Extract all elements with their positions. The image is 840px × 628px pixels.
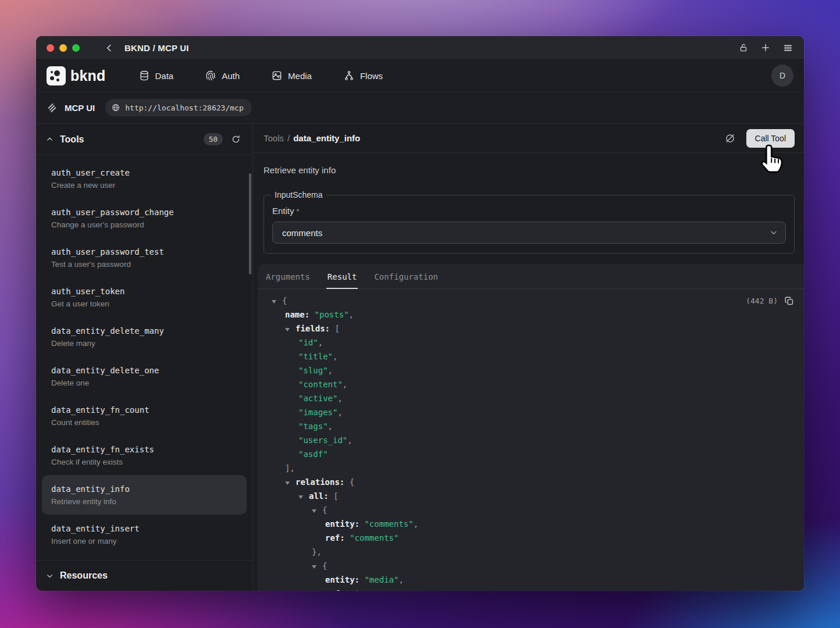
copy-icon[interactable] xyxy=(784,295,795,306)
app-navbar: bknd Data Auth Media xyxy=(36,60,804,92)
nav-item-data[interactable]: Data xyxy=(138,70,174,81)
traffic-lights xyxy=(47,44,80,52)
json-line: "id", xyxy=(272,336,795,349)
collapse-caret-icon[interactable] xyxy=(312,559,322,573)
disabled-circle-slash-icon[interactable] xyxy=(724,133,736,144)
titlebar: BKND / MCP UI xyxy=(36,36,804,60)
tool-list-item[interactable]: data_entity_delete_oneDelete one xyxy=(42,356,247,396)
back-icon[interactable] xyxy=(104,43,114,53)
maximize-window-button[interactable] xyxy=(72,44,80,52)
collapse-caret-icon[interactable] xyxy=(298,489,309,503)
tool-description: Insert one or many xyxy=(51,536,237,547)
json-line: "title", xyxy=(272,349,795,363)
nav-label: Media xyxy=(288,71,312,81)
tool-name: data_entity_info xyxy=(51,483,237,495)
nav-item-media[interactable]: Media xyxy=(271,70,312,81)
json-line: relations: { xyxy=(272,475,795,489)
input-schema-fieldset: InputSchema Entity* comments xyxy=(264,190,795,254)
tool-name: data_entity_delete_one xyxy=(51,365,237,376)
entity-select[interactable]: comments xyxy=(272,222,786,244)
tool-list-item[interactable]: auth_user_password_testTest a user's pas… xyxy=(42,238,247,277)
call-tool-button[interactable]: Call Tool xyxy=(746,129,795,148)
breadcrumb-section[interactable]: Tools xyxy=(264,133,284,143)
chevron-up-icon xyxy=(45,135,54,144)
json-line: { xyxy=(272,559,795,573)
json-line: all: [ xyxy=(272,489,795,503)
chevron-down-icon xyxy=(769,228,778,237)
nav-item-auth[interactable]: Auth xyxy=(205,70,240,81)
photo-icon xyxy=(271,70,283,81)
nav-label: Flows xyxy=(360,71,383,81)
resources-section-title: Resources xyxy=(60,570,108,581)
server-url-pill[interactable]: http://localhost:28623/mcp xyxy=(105,99,252,116)
tab-result[interactable]: Result xyxy=(326,265,358,289)
json-line: "asdf" xyxy=(272,447,795,461)
json-line: fields: [ xyxy=(272,322,795,336)
breadcrumb-separator: / xyxy=(287,133,290,143)
collapse-caret-icon[interactable] xyxy=(285,475,296,489)
brand-logo[interactable]: bknd xyxy=(47,66,106,85)
tool-list-item[interactable]: data_entity_fn_existsCheck if entity exi… xyxy=(42,436,247,475)
json-meta: (442 B) xyxy=(746,295,795,306)
json-line: ref: "images" xyxy=(272,587,795,591)
tool-list-item[interactable]: data_entity_fn_countCount entities xyxy=(42,396,247,436)
mcp-toolbar: MCP UI http://localhost:28623/mcp xyxy=(36,92,804,124)
tool-list-item[interactable]: auth_user_password_changeChange a user's… xyxy=(42,198,247,238)
tab-arguments[interactable]: Arguments xyxy=(265,265,311,289)
refresh-icon[interactable] xyxy=(231,134,241,144)
tool-name: auth_user_create xyxy=(51,167,237,179)
tool-description: Check if entity exists xyxy=(51,457,237,468)
tool-description: Get a user token xyxy=(51,299,237,309)
close-window-button[interactable] xyxy=(47,44,54,52)
tool-list-item[interactable]: auth_user_createCreate a new user xyxy=(42,159,247,198)
tool-description: Retrieve entity info xyxy=(264,165,795,175)
fingerprint-icon xyxy=(205,70,216,81)
tool-description: Test a user's password xyxy=(51,259,237,270)
tool-list: auth_user_createCreate a new userauth_us… xyxy=(36,155,252,560)
menu-icon[interactable] xyxy=(782,42,793,53)
json-line: { xyxy=(272,294,795,308)
tab-configuration[interactable]: Configuration xyxy=(373,265,439,289)
tools-count-badge: 50 xyxy=(204,133,223,145)
collapse-caret-icon[interactable] xyxy=(312,503,322,517)
nav-label: Auth xyxy=(222,71,240,81)
tool-detail-panel: Tools / data_entity_info Call Tool Retri… xyxy=(253,124,804,591)
result-tabs: Arguments Result Configuration xyxy=(258,264,804,289)
tools-section-header[interactable]: Tools 50 xyxy=(36,124,252,155)
user-avatar[interactable]: D xyxy=(771,65,793,87)
json-line: entity: "comments", xyxy=(272,517,795,531)
tools-sidebar: Tools 50 auth_user_createCreate a new us… xyxy=(36,124,253,591)
json-line: entity: "media", xyxy=(272,573,795,587)
collapse-caret-icon[interactable] xyxy=(285,322,296,336)
app-window: BKND / MCP UI bknd Data xyxy=(36,36,804,591)
nav-item-flows[interactable]: Flows xyxy=(343,70,383,81)
tool-list-item[interactable]: data_entity_delete_manyDelete many xyxy=(42,317,247,356)
resources-section-header[interactable]: Resources xyxy=(36,560,252,591)
entity-select-value: comments xyxy=(282,228,322,238)
minimize-window-button[interactable] xyxy=(59,44,67,52)
globe-icon xyxy=(111,103,120,112)
database-icon xyxy=(138,70,150,81)
tool-list-item[interactable]: data_entity_infoRetrieve entity info xyxy=(42,475,247,515)
stack-icon xyxy=(47,102,58,113)
brand-name: bknd xyxy=(70,67,106,84)
json-result-view: (442 B) {name: "posts",fields: ["id","ti… xyxy=(258,289,804,591)
collapse-caret-icon[interactable] xyxy=(272,294,282,308)
lock-open-icon[interactable] xyxy=(738,42,749,53)
json-line: name: "posts", xyxy=(272,308,795,322)
tool-name: auth_user_password_test xyxy=(51,246,237,258)
breadcrumb-current: data_entity_info xyxy=(293,133,360,143)
tool-name: data_entity_fn_exists xyxy=(51,444,237,455)
nav-label: Data xyxy=(155,71,174,81)
avatar-initial: D xyxy=(780,71,785,80)
json-line: "users_id", xyxy=(272,433,795,447)
sidebar-scrollbar[interactable] xyxy=(249,173,251,274)
new-tab-icon[interactable] xyxy=(760,42,771,53)
tool-name: data_entity_fn_count xyxy=(51,404,237,416)
tool-name: auth_user_token xyxy=(51,286,237,297)
bknd-logo-icon xyxy=(47,66,66,85)
json-line: ref: "comments" xyxy=(272,531,795,545)
tool-list-item[interactable]: data_entity_insertInsert one or many xyxy=(42,515,247,554)
tool-list-item[interactable]: auth_user_tokenGet a user token xyxy=(42,277,247,317)
tool-description: Delete one xyxy=(51,378,237,388)
